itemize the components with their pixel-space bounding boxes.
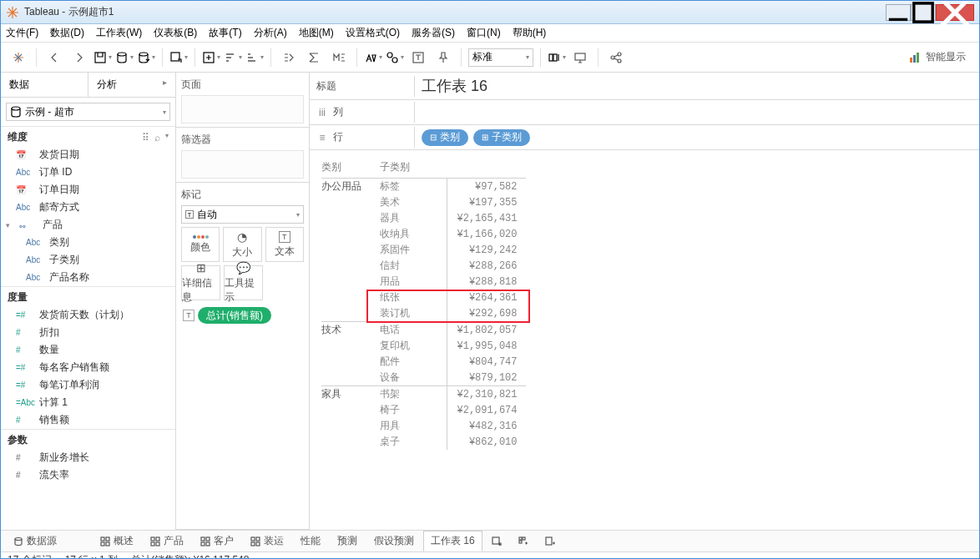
menu-format[interactable]: 设置格式(O) — [346, 26, 400, 40]
tab-overview[interactable]: 概述 — [93, 531, 141, 551]
marks-tooltip-button[interactable]: 💬工具提示 — [224, 265, 263, 300]
mark-type-selector[interactable]: T自动▾ — [181, 205, 304, 224]
viz-row[interactable]: 信封¥288,266 — [321, 258, 526, 274]
menu-file[interactable]: 文件(F) — [6, 26, 38, 40]
field-order-id[interactable]: Abc订单 ID — [1, 164, 175, 181]
share-button[interactable] — [605, 47, 627, 68]
pin-button[interactable] — [432, 47, 454, 68]
tab-performance[interactable]: 性能 — [293, 531, 328, 551]
marks-detail-button[interactable]: ⊞详细信息 — [181, 265, 220, 300]
marks-color-button[interactable]: 颜色 — [181, 227, 220, 262]
viz-row[interactable]: 设备¥879,102 — [321, 370, 526, 386]
marks-size-button[interactable]: ◔大小 — [223, 227, 261, 262]
tab-whatif[interactable]: 假设预测 — [366, 531, 422, 551]
field-sales-per-customer[interactable]: =#每名客户销售额 — [1, 359, 175, 376]
menu-help[interactable]: 帮助(H) — [513, 26, 547, 40]
field-product-folder[interactable]: ▾ₒₒ产品 — [1, 216, 175, 234]
close-button[interactable] — [936, 4, 974, 21]
marks-pill-sum-sales[interactable]: 总计(销售额) — [198, 307, 271, 324]
viz-row[interactable]: 办公用品标签¥97,582 — [321, 179, 526, 195]
save-button[interactable]: ▾ — [93, 51, 112, 64]
viz-row[interactable]: 装订机¥292,698 — [321, 305, 526, 322]
sort-desc-button[interactable]: ▾ — [245, 51, 264, 64]
fit-selector[interactable]: 标准▾ — [468, 48, 533, 67]
tab-data[interactable]: 数据 — [1, 73, 88, 97]
sort-asc-button[interactable]: ▾ — [224, 51, 242, 64]
presentation-button[interactable] — [569, 47, 591, 68]
visualization-area[interactable]: 类别子类别 办公用品标签¥97,582美术¥197,355器具¥2,165,43… — [310, 150, 979, 530]
minimize-button[interactable] — [886, 4, 911, 21]
viz-row[interactable]: 家具书架¥2,310,821 — [321, 386, 526, 403]
field-order-date[interactable]: 📅订单日期 — [1, 181, 175, 199]
swap-button[interactable]: ▾ — [202, 51, 220, 64]
show-cards-button[interactable]: ▾ — [548, 51, 566, 64]
field-calc1[interactable]: =Abc计算 1 — [1, 394, 175, 411]
tab-datasource[interactable]: 数据源 — [6, 531, 64, 551]
field-quantity[interactable]: #数量 — [1, 341, 175, 359]
filters-shelf[interactable] — [181, 150, 304, 179]
columns-shelf[interactable] — [415, 109, 979, 116]
field-discount[interactable]: #折扣 — [1, 324, 175, 341]
viz-row[interactable]: 美术¥197,355 — [321, 194, 526, 210]
datasource-selector[interactable]: 示例 - 超市 ▾ — [6, 103, 170, 121]
tab-customer[interactable]: 客户 — [193, 531, 241, 551]
new-story-tab[interactable] — [538, 533, 563, 550]
tableau-icon[interactable] — [8, 47, 29, 68]
field-subcategory[interactable]: Abc子类别 — [1, 251, 175, 269]
dimensions-menu-icon[interactable]: ▾ — [165, 132, 169, 144]
view-list-icon[interactable]: ⠿ — [142, 132, 149, 144]
totals-button[interactable] — [303, 47, 325, 68]
back-button[interactable] — [43, 47, 65, 68]
tab-product[interactable]: 产品 — [143, 531, 191, 551]
field-sales[interactable]: #销售额 — [1, 411, 175, 429]
forward-button[interactable] — [68, 47, 90, 68]
field-profit-per-order[interactable]: =#每笔订单利润 — [1, 376, 175, 394]
field-product-name[interactable]: Abc产品名称 — [1, 269, 175, 286]
marks-text-button[interactable]: T文本 — [265, 227, 304, 262]
viz-row[interactable]: 椅子¥2,091,674 — [321, 402, 526, 418]
new-worksheet-button[interactable]: ▾ — [169, 51, 188, 64]
field-ship-date[interactable]: 📅发货日期 — [1, 146, 175, 164]
worksheet-title[interactable]: 工作表 16 — [415, 73, 979, 99]
menu-server[interactable]: 服务器(S) — [412, 26, 455, 40]
rows-shelf[interactable]: ⊟类别 ⊞子类别 — [415, 126, 979, 149]
menu-window[interactable]: 窗口(N) — [467, 26, 501, 40]
new-dashboard-tab[interactable] — [511, 533, 536, 550]
field-ship-mode[interactable]: Abc邮寄方式 — [1, 199, 175, 216]
show-me-button[interactable]: 智能显示 — [909, 50, 972, 64]
field-category[interactable]: Abc类别 — [1, 234, 175, 251]
viz-row[interactable]: 复印机¥1,995,048 — [321, 338, 526, 354]
highlight-button[interactable]: ▾ — [364, 51, 382, 64]
new-datasource-button[interactable]: ▾ — [115, 51, 134, 64]
tab-shipping[interactable]: 装运 — [243, 531, 291, 551]
group-button[interactable] — [278, 47, 300, 68]
search-icon[interactable]: ⌕ — [154, 132, 160, 144]
viz-row[interactable]: 用品¥288,818 — [321, 274, 526, 290]
tab-analytics[interactable]: 分析▸ — [88, 73, 175, 97]
maximize-button[interactable] — [911, 4, 936, 21]
viz-row[interactable]: 桌子¥862,010 — [321, 434, 526, 450]
format-button[interactable]: ▾ — [386, 51, 404, 64]
text-button[interactable] — [407, 47, 429, 68]
viz-row[interactable]: 系固件¥129,242 — [321, 242, 526, 258]
pages-shelf[interactable] — [181, 95, 304, 123]
viz-row[interactable]: 配件¥804,747 — [321, 354, 526, 370]
param-churn[interactable]: #流失率 — [1, 466, 175, 484]
refresh-button[interactable]: ▾ — [137, 51, 155, 64]
menu-map[interactable]: 地图(M) — [299, 26, 334, 40]
field-days-to-ship[interactable]: =#发货前天数（计划） — [1, 306, 175, 324]
viz-row[interactable]: 用具¥482,316 — [321, 418, 526, 434]
rows-pill-subcategory[interactable]: ⊞子类别 — [473, 129, 530, 146]
viz-row[interactable]: 技术电话¥1,802,057 — [321, 322, 526, 339]
menu-story[interactable]: 故事(T) — [209, 26, 241, 40]
tab-forecast[interactable]: 预测 — [330, 531, 365, 551]
viz-row[interactable]: 收纳具¥1,166,020 — [321, 226, 526, 242]
menu-data[interactable]: 数据(D) — [50, 26, 84, 40]
show-labels-button[interactable] — [328, 47, 350, 68]
viz-row[interactable]: 器具¥2,165,431 — [321, 210, 526, 226]
menu-dashboard[interactable]: 仪表板(B) — [154, 26, 197, 40]
menu-worksheet[interactable]: 工作表(W) — [96, 26, 142, 40]
rows-pill-category[interactable]: ⊟类别 — [422, 129, 468, 146]
menu-analysis[interactable]: 分析(A) — [254, 26, 287, 40]
viz-row[interactable]: 纸张¥264,361 — [321, 290, 526, 305]
